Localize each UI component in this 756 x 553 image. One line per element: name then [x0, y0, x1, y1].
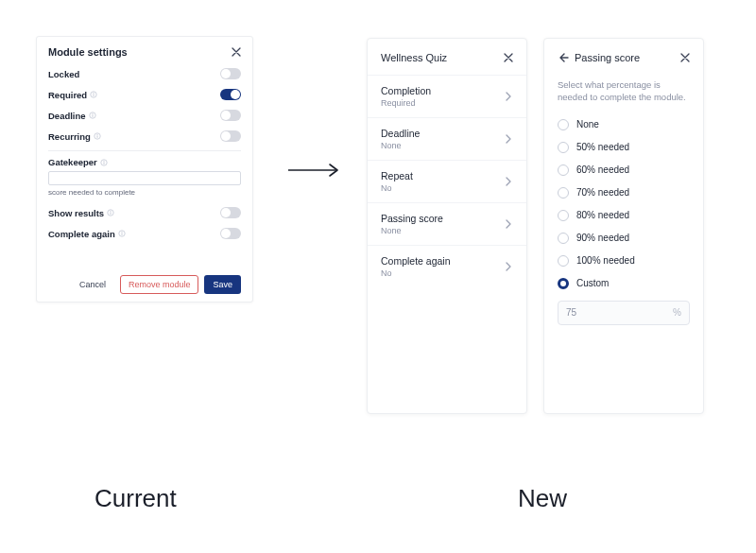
list-item-label: Repeat — [381, 170, 413, 181]
setting-label: Deadline — [48, 111, 86, 121]
radio-label: 100% needed — [576, 255, 635, 266]
info-icon — [94, 132, 101, 140]
panel-title: Wellness Quiz — [381, 52, 498, 63]
setting-label: Locked — [48, 69, 79, 79]
radio-icon — [558, 187, 569, 199]
radio-option-none[interactable]: None — [558, 113, 690, 136]
info-icon — [89, 112, 96, 119]
deadline-toggle[interactable] — [220, 110, 241, 121]
radio-icon — [558, 210, 569, 221]
radio-label: 70% needed — [576, 187, 629, 198]
new-settings-list-panel: Wellness Quiz Completion Required Deadli… — [367, 38, 527, 414]
radio-icon — [558, 233, 569, 244]
info-icon — [118, 230, 126, 237]
cancel-button[interactable]: Cancel — [71, 275, 114, 294]
recurring-toggle[interactable] — [220, 130, 241, 142]
module-settings-panel: Module settings Locked Required Deadline — [36, 36, 253, 302]
setting-row-show-results: Show results — [48, 202, 241, 223]
list-item-complete-again[interactable]: Complete again No — [368, 245, 526, 287]
radio-icon — [558, 164, 569, 176]
setting-label: Required — [48, 90, 87, 100]
svg-rect-16 — [121, 233, 122, 234]
settings-list: Completion Required Deadline None Repeat… — [368, 75, 526, 287]
radio-label: None — [576, 119, 599, 130]
svg-rect-5 — [92, 113, 93, 114]
radio-option-90[interactable]: 90% needed — [558, 227, 690, 250]
caption-current: Current — [94, 484, 177, 513]
svg-rect-7 — [96, 135, 97, 137]
radio-icon — [558, 119, 569, 130]
divider — [48, 150, 241, 151]
complete-again-toggle[interactable] — [220, 228, 241, 239]
save-button[interactable]: Save — [204, 275, 241, 294]
list-item-label: Completion — [381, 85, 431, 96]
passing-score-options: None 50% needed 60% needed 70% needed 80… — [544, 113, 703, 295]
radio-label: Custom — [576, 278, 609, 288]
radio-option-50[interactable]: 50% needed — [558, 136, 690, 159]
locked-toggle[interactable] — [220, 68, 241, 79]
passing-score-panel: Passing score Select what percentage is … — [543, 38, 704, 414]
close-icon[interactable] — [504, 53, 513, 62]
svg-rect-11 — [103, 160, 104, 161]
svg-rect-2 — [94, 93, 94, 94]
radio-option-100[interactable]: 100% needed — [558, 250, 690, 272]
close-icon[interactable] — [680, 53, 690, 62]
gatekeeper-label: Gatekeeper — [48, 157, 97, 167]
setting-row-complete-again: Complete again — [48, 223, 241, 244]
close-icon[interactable] — [232, 47, 241, 57]
percent-unit: % — [673, 307, 681, 318]
panel-description: Select what percentage is needed to comp… — [544, 75, 703, 113]
arrow-right-icon — [288, 161, 343, 180]
svg-rect-14 — [111, 211, 112, 212]
panel-title: Passing score — [575, 52, 675, 63]
list-item-repeat[interactable]: Repeat No — [368, 160, 526, 202]
list-item-label: Complete again — [381, 255, 451, 267]
caption-new: New — [518, 484, 567, 513]
chevron-right-icon — [504, 134, 513, 144]
radio-label: 50% needed — [576, 142, 629, 152]
info-icon — [90, 91, 97, 98]
svg-rect-13 — [111, 212, 112, 214]
chevron-right-icon — [504, 262, 513, 271]
setting-label: Recurring — [48, 131, 91, 142]
setting-row-locked: Locked — [48, 63, 241, 84]
radio-icon — [558, 255, 569, 267]
svg-rect-10 — [103, 162, 104, 164]
radio-icon — [558, 142, 569, 153]
back-arrow-icon[interactable] — [558, 52, 569, 63]
list-item-completion[interactable]: Completion Required — [368, 75, 526, 117]
radio-label: 60% needed — [576, 164, 629, 175]
setting-row-required: Required — [48, 84, 241, 105]
chevron-right-icon — [504, 177, 513, 186]
show-results-toggle[interactable] — [220, 207, 241, 218]
list-item-deadline[interactable]: Deadline None — [368, 117, 526, 160]
gatekeeper-input[interactable] — [48, 171, 241, 185]
radio-option-80[interactable]: 80% needed — [558, 204, 690, 227]
info-icon — [107, 209, 114, 216]
list-item-value: No — [381, 268, 451, 278]
radio-option-60[interactable]: 60% needed — [558, 159, 690, 181]
radio-option-custom[interactable]: Custom — [558, 272, 690, 295]
list-item-value: Required — [381, 98, 431, 108]
radio-label: 90% needed — [576, 233, 629, 243]
list-item-label: Deadline — [381, 128, 420, 139]
list-item-label: Passing score — [381, 213, 443, 224]
custom-percentage-input[interactable]: 75 % — [558, 301, 690, 325]
remove-module-button[interactable]: Remove module — [120, 275, 199, 294]
radio-option-70[interactable]: 70% needed — [558, 181, 690, 204]
svg-rect-1 — [94, 94, 94, 95]
list-item-value: None — [381, 141, 420, 150]
svg-rect-8 — [96, 134, 97, 135]
gatekeeper-helper: score needed to complete — [48, 188, 241, 197]
panel-title: Module settings — [48, 46, 128, 58]
setting-row-recurring: Recurring — [48, 126, 241, 147]
setting-label: Complete again — [48, 229, 115, 239]
list-item-passing-score[interactable]: Passing score None — [368, 202, 526, 245]
list-item-value: None — [381, 226, 443, 235]
chevron-right-icon — [504, 219, 513, 229]
setting-label: Show results — [48, 208, 104, 218]
custom-value: 75 — [566, 307, 673, 318]
required-toggle[interactable] — [220, 89, 241, 100]
svg-rect-4 — [92, 114, 93, 116]
chevron-right-icon — [504, 92, 513, 101]
